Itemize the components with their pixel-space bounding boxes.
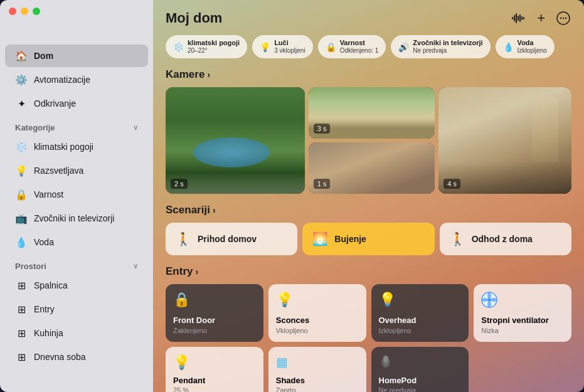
speaker-device-icon [379, 354, 462, 372]
device-name: Stropni ventilator [481, 315, 564, 326]
main-content-area: Moj dom + [153, 0, 584, 392]
svg-rect-4 [519, 14, 521, 22]
scenario-odhod[interactable]: 🚶 Odhod z doma [440, 223, 571, 255]
sidebar-item-label: Varnost [34, 189, 63, 199]
sidebar-item-label: klimatski pogoji [34, 142, 93, 152]
svg-rect-1 [514, 15, 515, 21]
ellipsis-icon [556, 11, 570, 25]
sidebar-item-razsvetljava[interactable]: 💡 Razsvetljava [5, 159, 148, 182]
sidebar-item-zvocniki[interactable]: 📺 Zvočniki in televizorji [5, 207, 148, 230]
device-card-stropni[interactable]: Stropni ventilator Nizka [474, 284, 571, 342]
close-button[interactable] [9, 8, 16, 15]
svg-point-20 [384, 356, 388, 363]
cameras-title: Kamere [166, 68, 204, 81]
status-pill-luci[interactable]: 💡 Luči 3 vklopljeni [252, 35, 312, 58]
status-pill-varnost[interactable]: 🔒 Varnost Odklenjeno: 1 [318, 35, 386, 58]
more-button[interactable] [555, 10, 571, 26]
device-card-homepod[interactable]: HomePod Ne predvaja [371, 347, 469, 392]
lock-device-icon: 🔒 [173, 292, 256, 308]
device-status: Izklopljeno [379, 327, 462, 334]
status-pill-voda[interactable]: 💧 Voda Izklopljeno [496, 35, 555, 58]
status-sub: Ne predvaja [413, 47, 482, 55]
camera-card-1[interactable]: 2 s [166, 87, 305, 194]
gear-icon: ⚙️ [15, 73, 28, 86]
maximize-button[interactable] [33, 8, 40, 15]
room-icon: ⊞ [15, 279, 28, 292]
sidebar-item-avtomatizacije[interactable]: ⚙️ Avtomatizacije [5, 68, 148, 91]
camera-timestamp-4: 4 s [443, 179, 460, 189]
sidebar-item-label: Spalnica [34, 280, 68, 290]
svg-point-10 [565, 18, 566, 19]
window-controls [9, 8, 40, 15]
device-name: Shades [276, 376, 359, 386]
minimize-button[interactable] [21, 8, 28, 15]
sidebar-item-label: Avtomatizacije [34, 75, 90, 85]
scenario-label: Odhod z doma [472, 234, 533, 244]
sunrise-icon: 🌅 [312, 231, 328, 246]
sidebar-item-entry[interactable]: ⊞ Entry [5, 298, 148, 320]
speaker-status-icon: 🔊 [398, 42, 409, 52]
water-status-icon: 💧 [503, 42, 514, 52]
chevron-right-icon: › [195, 267, 198, 277]
device-card-shades[interactable]: ▦ Shades Zaprto [268, 347, 366, 392]
sidebar-item-varnost[interactable]: 🔒 Varnost [5, 183, 148, 206]
svg-rect-6 [523, 17, 524, 19]
sidebar-item-label: Kuhinja [34, 328, 63, 338]
camera-card-2[interactable]: 3 s [309, 87, 435, 139]
status-sub: 20–22° [188, 47, 240, 55]
sidebar-item-label: Voda [34, 237, 54, 247]
device-name: Front Door [173, 315, 256, 326]
sidebar-item-label: Entry [34, 304, 55, 314]
status-pill-klimatski[interactable]: ❄️ klimatski pogoji 20–22° [166, 35, 247, 58]
status-label: Zvočniki in televizorji [413, 39, 482, 47]
camera-timestamp-3: 1 s [314, 179, 331, 189]
device-card-pendant[interactable]: 💡 Pendant 25 % [166, 347, 263, 392]
page-header: Moj dom + [166, 10, 571, 26]
climate-status-icon: ❄️ [173, 42, 184, 52]
svg-point-9 [563, 18, 564, 19]
sidebar-item-klimatski[interactable]: ❄️ klimatski pogoji [5, 135, 148, 158]
entry-title: Entry [166, 265, 193, 278]
waveform-button[interactable] [511, 11, 527, 25]
camera-card-3[interactable]: 1 s [309, 142, 435, 194]
device-status: Zaklenjeno [173, 327, 256, 334]
sidebar-item-dom[interactable]: 🏠 Dom [5, 45, 148, 67]
status-pill-zvocniki[interactable]: 🔊 Zvočniki in televizorji Ne predvaja [391, 35, 490, 58]
light-device-icon: 💡 [173, 354, 256, 371]
camera-timestamp-2: 3 s [314, 124, 331, 134]
sidebar-item-kuhinja[interactable]: ⊞ Kuhinja [5, 322, 148, 344]
status-sub: Izklopljeno [518, 47, 547, 55]
sidebar-item-spalnica[interactable]: ⊞ Spalnica [5, 274, 148, 297]
chevron-down-icon: ∨ [133, 124, 138, 132]
home-icon: 🏠 [15, 50, 28, 62]
device-name: Overhead [379, 315, 462, 326]
light-status-icon: 💡 [260, 42, 270, 52]
device-card-front-door[interactable]: 🔒 Front Door Zaklenjeno [166, 284, 263, 342]
device-card-sconces[interactable]: 💡 Sconces Vklopljeno [268, 284, 366, 342]
walk-out-icon: 🚶 [450, 231, 465, 246]
scenario-prihod[interactable]: 🚶 Prihod domov [166, 223, 297, 255]
scenario-bujenje[interactable]: 🌅 Bujenje [302, 223, 434, 255]
sidebar-item-odkrivanje[interactable]: ✦ Odkrivanje [5, 92, 148, 115]
scenario-label: Bujenje [334, 234, 366, 244]
entry-section-header[interactable]: Entry › [166, 265, 571, 278]
sidebar-item-dnevna[interactable]: ⊞ Dnevna soba [5, 346, 148, 368]
light-device-icon: 💡 [276, 292, 359, 308]
sidebar-item-voda[interactable]: 💧 Voda [5, 231, 148, 253]
add-button[interactable]: + [536, 10, 546, 26]
svg-point-15 [487, 301, 491, 307]
svg-point-16 [482, 298, 488, 302]
camera-timestamp-1: 2 s [171, 179, 188, 189]
device-card-overhead[interactable]: 💡 Overhead Izklopljeno [371, 284, 469, 342]
scenarios-section-header[interactable]: Scenariji › [166, 204, 571, 216]
lock-status-icon: 🔒 [326, 42, 336, 52]
camera-card-4[interactable]: 4 s [438, 87, 571, 194]
cameras-section-header[interactable]: Kamere › [166, 68, 571, 81]
sidebar-item-label: Zvočniki in televizorji [34, 213, 114, 223]
sidebar-item-label: Razsvetljava [34, 166, 83, 176]
scenarios-title: Scenariji [166, 204, 210, 216]
device-status: Ne predvaja [379, 386, 462, 392]
device-status: Zaprto [276, 386, 359, 392]
svg-rect-3 [518, 16, 519, 21]
prostori-section-label: Prostori ∨ [0, 254, 153, 273]
